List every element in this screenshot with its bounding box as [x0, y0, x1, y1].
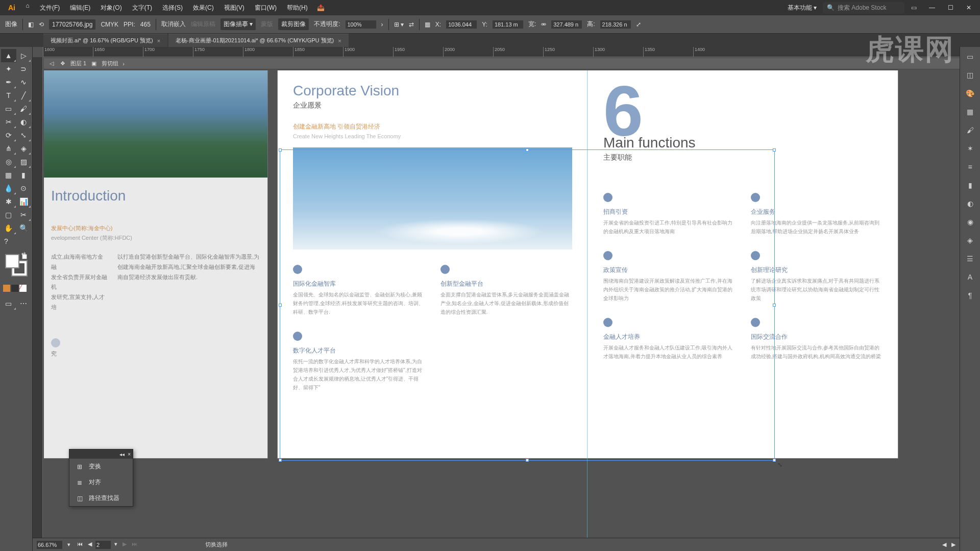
prev-icon[interactable]: ◀	[86, 541, 93, 549]
graphic-styles-panel-icon[interactable]: ◈	[964, 234, 977, 247]
menu-help[interactable]: 帮助(H)	[283, 2, 312, 14]
transform-align-panel[interactable]: ◂◂× ⊞变换 ≣对齐 ◫路径查找器	[69, 449, 133, 507]
canvas[interactable]: Introduction 发展中心(简称:海金中心) evelopment Ce…	[44, 70, 960, 538]
paragraph-panel-icon[interactable]: ¶	[964, 289, 977, 302]
scale-tool[interactable]: ⤡	[16, 129, 32, 142]
panel-align[interactable]: ≣对齐	[69, 474, 133, 490]
color-panel-icon[interactable]: 🎨	[964, 87, 977, 100]
menu-edit[interactable]: 编辑(E)	[66, 2, 94, 14]
isolation-breadcrumb[interactable]: ◁ ❖ 图层 1 ▣ 剪切组›	[44, 58, 960, 69]
link-icon[interactable]: ⟲	[39, 21, 44, 28]
breadcrumb-clip[interactable]: 剪切组	[102, 60, 118, 67]
layers-panel-icon[interactable]: ☰	[964, 252, 977, 265]
gradient-tool[interactable]: ▮	[16, 168, 32, 182]
artboard-tool[interactable]: ▢	[1, 208, 16, 221]
share-icon[interactable]: 📤	[317, 4, 325, 11]
constrain-icon[interactable]: ⤢	[636, 21, 641, 28]
workspace-switcher[interactable]: 基本功能 ▾	[783, 2, 821, 14]
zoom-tool[interactable]: 🔍	[16, 221, 32, 235]
graph-tool[interactable]: 📊	[16, 195, 32, 208]
close-icon[interactable]: ×	[338, 38, 341, 44]
home-icon[interactable]: ⌂	[21, 2, 34, 13]
guide-vertical[interactable]	[587, 70, 587, 538]
pen-tool[interactable]: ✒	[1, 76, 16, 89]
mesh-tool[interactable]: ▦	[1, 168, 16, 182]
properties-panel-icon[interactable]: ▭	[964, 50, 977, 63]
curvature-tool[interactable]: ∿	[16, 76, 32, 89]
next-icon[interactable]: ▶	[121, 541, 128, 549]
close-icon[interactable]: ×	[157, 38, 160, 44]
rotate-tool[interactable]: ⟳	[1, 129, 16, 142]
brush-tool[interactable]: 🖌	[16, 102, 32, 115]
type-tool[interactable]: T	[1, 89, 16, 102]
crop-button[interactable]: 裁剪图像	[278, 18, 309, 30]
shaper-tool[interactable]: ✂	[1, 115, 16, 129]
artboard-number[interactable]	[95, 541, 111, 549]
w-input[interactable]	[551, 20, 582, 29]
libraries-panel-icon[interactable]: ◫	[964, 68, 977, 82]
color-controls[interactable]: ⇄	[1, 252, 31, 283]
h-input[interactable]	[600, 20, 631, 29]
symbol-sprayer-tool[interactable]: ✱	[1, 195, 16, 208]
link-wh-icon[interactable]: ⚮	[541, 21, 546, 28]
perspective-tool[interactable]: ▨	[16, 155, 32, 168]
tab-1[interactable]: 老杨-商业画册-01期20211014.ai* @ 66.67% (CMYK/G…	[168, 34, 349, 47]
symbols-panel-icon[interactable]: ✶	[964, 142, 977, 155]
direct-selection-tool[interactable]: ▷	[16, 49, 32, 62]
selection-tool[interactable]: ▲	[1, 49, 16, 62]
menu-type[interactable]: 文字(T)	[128, 2, 156, 14]
anchor-icon[interactable]: ▦	[425, 21, 430, 28]
menu-window[interactable]: 窗口(W)	[251, 2, 281, 14]
panel-pathfinder[interactable]: ◫路径查找器	[69, 490, 133, 506]
back-icon[interactable]: ◁	[48, 60, 55, 67]
lasso-tool[interactable]: ⊃	[16, 62, 32, 76]
menu-view[interactable]: 视图(V)	[220, 2, 249, 14]
line-tool[interactable]: ╱	[16, 89, 32, 102]
slice-tool[interactable]: ✂	[16, 208, 32, 221]
close-icon[interactable]: ×	[128, 452, 131, 457]
opacity-input[interactable]	[346, 20, 376, 29]
window-arrange-icon[interactable]: ▭	[906, 4, 921, 11]
ruler-horizontal[interactable]: 1600165017001750180018501900195020002050…	[43, 47, 960, 57]
width-tool[interactable]: ⋔	[1, 142, 16, 155]
rectangle-tool[interactable]: ▭	[1, 102, 16, 115]
edit-toolbar-icon[interactable]: ⋯	[16, 297, 32, 310]
character-panel-icon[interactable]: A	[964, 270, 977, 284]
minimize-icon[interactable]: —	[925, 4, 939, 11]
screen-mode-tool[interactable]: ▭	[1, 297, 16, 310]
brushes-panel-icon[interactable]: 🖌	[964, 123, 977, 137]
stroke-panel-icon[interactable]: ≡	[964, 160, 977, 173]
shape-builder-tool[interactable]: ◎	[1, 155, 16, 168]
cancel-embed-button[interactable]: 取消嵌入	[161, 20, 186, 29]
scroll-right-icon[interactable]: ▶	[951, 541, 955, 548]
color-mode-swatches[interactable]: ⁄	[1, 283, 31, 294]
scroll-left-icon[interactable]: ◀	[942, 541, 946, 548]
menu-effect[interactable]: 效果(C)	[189, 2, 218, 14]
x-input[interactable]	[446, 20, 477, 29]
swatches-panel-icon[interactable]: ▦	[964, 105, 977, 118]
transform-icon[interactable]: ⇄	[409, 21, 414, 28]
y-input[interactable]	[493, 20, 523, 29]
last-icon[interactable]: ⏭	[130, 541, 139, 549]
eyedropper-tool[interactable]: 💧	[1, 182, 16, 195]
breadcrumb-layer[interactable]: 图层 1	[70, 60, 86, 67]
collapse-icon[interactable]: ◂◂	[119, 452, 125, 457]
fill-swatch[interactable]	[5, 254, 19, 268]
artboard-nav[interactable]: ⏮ ◀ ▾ ▶ ⏭	[76, 541, 139, 549]
close-window-icon[interactable]: ✕	[962, 4, 976, 11]
align-icon[interactable]: ⊞ ▾	[394, 21, 404, 28]
free-transform-tool[interactable]: ◈	[16, 142, 32, 155]
zoom-input[interactable]	[37, 541, 62, 549]
linked-filename[interactable]: 177025766.jpg	[49, 19, 95, 30]
appearance-panel-icon[interactable]: ◉	[964, 215, 977, 229]
menu-select[interactable]: 选择(S)	[158, 2, 187, 14]
panel-transform[interactable]: ⊞变换	[69, 459, 133, 474]
ruler-vertical[interactable]	[33, 57, 43, 538]
toggle-fill-stroke[interactable]: ?	[1, 235, 31, 248]
blend-tool[interactable]: ⊙	[16, 182, 32, 195]
menu-file[interactable]: 文件(F)	[36, 2, 64, 14]
transparency-panel-icon[interactable]: ◐	[964, 197, 977, 210]
tab-0[interactable]: 视频封面.ai* @ 16.67% (RGB/GPU 预览)×	[43, 34, 167, 47]
image-trace-button[interactable]: 图像描摹 ▾	[220, 18, 256, 30]
maximize-icon[interactable]: ☐	[943, 4, 958, 11]
